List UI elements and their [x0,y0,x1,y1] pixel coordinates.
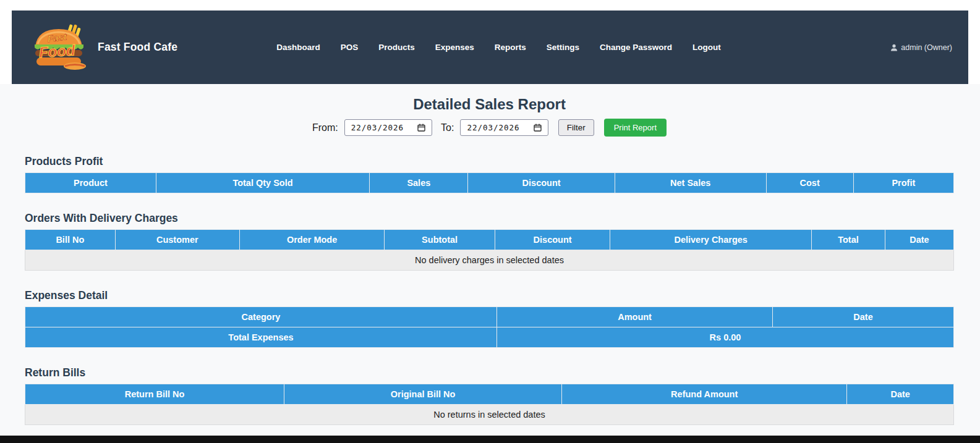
col-date: Date [847,384,954,405]
nav-products[interactable]: Products [378,43,415,52]
col-product: Product [25,173,156,193]
expenses-detail-heading: Expenses Detail [25,289,954,302]
to-date-input[interactable]: 22/03/2026 [460,119,548,136]
nav-settings[interactable]: Settings [547,43,579,52]
col-cost: Cost [766,173,853,193]
return-bills-heading: Return Bills [25,366,954,379]
calendar-icon[interactable] [417,124,425,132]
total-expenses-value: Rs 0.00 [497,327,954,348]
calendar-icon[interactable] [534,124,542,132]
user-label: admin (Owner) [901,43,952,52]
col-total: Total [812,230,885,250]
section-expenses-detail: Expenses Detail Category Amount Date Tot… [25,289,954,348]
col-amount: Amount [497,307,773,327]
user-info: admin (Owner) [890,43,952,52]
col-discount: Discount [468,173,615,193]
brand-name: Fast Food Cafe [98,41,177,54]
user-icon [890,44,898,51]
nav-dashboard[interactable]: Dashboard [276,43,320,52]
print-report-button[interactable]: Print Report [604,119,667,137]
nav-change-password[interactable]: Change Password [600,43,672,52]
col-delivery-charges: Delivery Charges [610,230,812,250]
delivery-orders-table: Bill No Customer Order Mode Subtotal Dis… [25,229,954,271]
delivery-orders-heading: Orders With Delivery Charges [25,212,954,225]
to-date-value[interactable]: 22/03/2026 [467,123,519,132]
col-net-sales: Net Sales [615,173,766,193]
col-original-bill-no: Original Bill No [284,384,562,405]
table-header-row: Bill No Customer Order Mode Subtotal Dis… [25,230,954,250]
svg-text:Food: Food [38,41,77,61]
col-date: Date [885,230,953,250]
products-profit-heading: Products Profit [25,155,954,168]
col-return-bill-no: Return Bill No [25,384,284,405]
nav-reports[interactable]: Reports [495,43,526,52]
col-sales: Sales [370,173,468,193]
empty-state-row: No returns in selected dates [25,405,954,425]
col-category: Category [25,307,497,327]
empty-state-row: No delivery charges in selected dates [25,250,954,271]
return-bills-table: Return Bill No Original Bill No Refund A… [25,384,954,425]
table-header-row: Return Bill No Original Bill No Refund A… [25,384,954,405]
expenses-table: Category Amount Date Total Expenses Rs 0… [25,306,954,348]
window-bottom-edge [0,436,980,443]
col-subtotal: Subtotal [385,230,495,250]
nav-expenses[interactable]: Expenses [435,43,474,52]
returns-empty-message: No returns in selected dates [25,405,954,425]
col-profit: Profit [853,173,953,193]
products-profit-table: Product Total Qty Sold Sales Discount Ne… [25,172,954,193]
main-nav: Dashboard POS Products Expenses Reports … [276,43,721,52]
table-header-row: Product Total Qty Sold Sales Discount Ne… [25,173,954,193]
delivery-empty-message: No delivery charges in selected dates [25,250,954,271]
col-bill-no: Bill No [25,230,116,250]
nav-pos[interactable]: POS [341,43,359,52]
col-date: Date [773,307,954,327]
from-date-input[interactable]: 22/03/2026 [344,119,432,136]
date-filter-bar: From: 22/03/2026 To: 22/03/2026 Filter P… [25,119,954,137]
page-title: Detailed Sales Report [25,96,954,113]
expenses-total-row: Total Expenses Rs 0.00 [25,327,954,348]
from-date-value[interactable]: 22/03/2026 [351,123,404,132]
section-return-bills: Return Bills Return Bill No Original Bil… [25,366,954,425]
nav-logout[interactable]: Logout [692,43,721,52]
top-navbar: Fast Food Fast Food Cafe Dashboard POS P… [12,11,968,84]
section-delivery-orders: Orders With Delivery Charges Bill No Cus… [25,212,954,271]
col-refund-amount: Refund Amount [562,384,847,405]
from-label: From: [312,122,338,133]
table-header-row: Category Amount Date [25,307,954,327]
col-customer: Customer [115,230,239,250]
fast-food-logo-icon: Fast Food [29,24,89,71]
brand: Fast Food Fast Food Cafe [29,24,177,71]
report-page: Detailed Sales Report From: 22/03/2026 T… [0,84,980,443]
col-order-mode: Order Mode [239,230,384,250]
to-label: To: [441,122,454,133]
col-total-qty-sold: Total Qty Sold [156,173,369,193]
total-expenses-label: Total Expenses [25,327,497,348]
filter-button[interactable]: Filter [558,119,594,136]
col-discount: Discount [495,230,610,250]
section-products-profit: Products Profit Product Total Qty Sold S… [25,155,954,193]
